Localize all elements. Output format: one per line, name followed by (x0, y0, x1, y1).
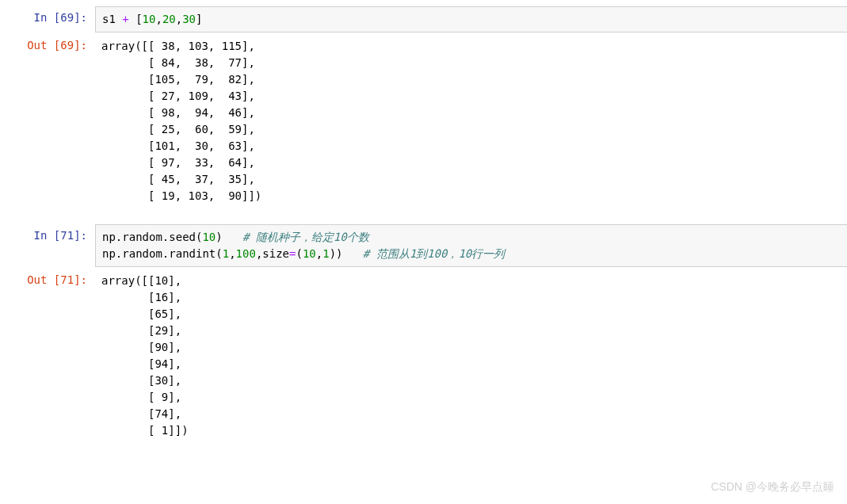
input-cell: In [69]:s1 + [10,20,30] (0, 6, 847, 32)
output-cell: Out [71]:array([[10], [16], [65], [29], … (0, 269, 847, 443)
input-cell: In [71]:np.random.seed(10) # 随机种子，给定10个数… (0, 224, 847, 267)
output-prompt: Out [71]: (0, 269, 95, 443)
code-input-area[interactable]: np.random.seed(10) # 随机种子，给定10个数np.rando… (95, 224, 847, 267)
output-prompt: Out [69]: (0, 34, 95, 208)
input-prompt: In [69]: (0, 6, 95, 32)
code-line: np.random.randint(1,100,size=(10,1)) # 范… (102, 246, 841, 262)
output-cell: Out [69]:array([[ 38, 103, 115], [ 84, 3… (0, 34, 847, 208)
code-input-area[interactable]: s1 + [10,20,30] (95, 6, 847, 32)
output-text: array([[10], [16], [65], [29], [90], [94… (95, 269, 847, 443)
code-line: s1 + [10,20,30] (102, 11, 841, 28)
input-prompt: In [71]: (0, 224, 95, 267)
code-line: np.random.seed(10) # 随机种子，给定10个数 (102, 229, 841, 246)
output-text: array([[ 38, 103, 115], [ 84, 38, 77], [… (95, 34, 847, 208)
jupyter-notebook: In [69]:s1 + [10,20,30]Out [69]:array([[… (0, 6, 847, 443)
